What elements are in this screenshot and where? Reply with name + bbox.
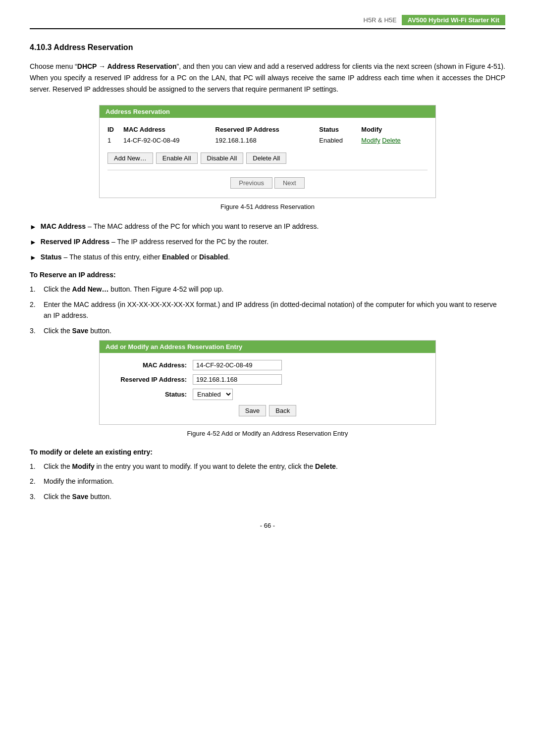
form-panel-body: MAC Address: Reserved IP Address: Status… [100,353,435,424]
form-label-ip: Reserved IP Address: [107,376,187,383]
reserve-step-2-text: Enter the MAC address (in XX-XX-XX-XX-XX… [44,299,505,321]
bullet-mac-text: MAC Address – The MAC address of the PC … [41,221,319,232]
bullet-status-text: Status – The status of this entry, eithe… [41,252,230,263]
figure2-caption: Figure 4-52 Add or Modify an Address Res… [30,430,505,437]
row-id: 1 [107,135,123,146]
pagination-row: Previous Next [107,175,428,190]
form-select-status[interactable]: Enabled Disabled [193,389,233,400]
modify-step-1: 1. Click the Modify in the entry you wan… [30,461,505,472]
modify-step-3-text: Click the Save button. [44,491,111,502]
next-button[interactable]: Next [274,177,305,189]
row-ip: 192.168.1.168 [215,135,320,146]
address-reservation-table: ID MAC Address Reserved IP Address Statu… [107,124,428,146]
header-bar: H5R & H5E AV500 Hybrid Wi-Fi Starter Kit [30,15,505,29]
delete-all-button[interactable]: Delete All [246,152,286,164]
modify-steps: 1. Click the Modify in the entry you wan… [30,461,505,502]
col-modify: Modify [361,124,428,135]
row-mac: 14-CF-92-0C-08-49 [123,135,215,146]
reserve-step-1-text: Click the Add New… button. Then Figure 4… [44,284,223,295]
modify-link[interactable]: Modify [361,137,380,144]
header-product: AV500 Hybrid Wi-Fi Starter Kit [402,15,505,25]
modify-step-num-3: 3. [30,491,39,502]
bullet-mac: ► MAC Address – The MAC address of the P… [30,221,505,233]
divider [107,170,428,170]
form-row-mac: MAC Address: [107,360,428,370]
form-back-button[interactable]: Back [269,405,296,416]
reserve-step-1: 1. Click the Add New… button. Then Figur… [30,284,505,295]
form-row-status: Status: Enabled Disabled [107,389,428,400]
reserve-step-3: 3. Click the Save button. [30,325,505,336]
modify-step-1-text: Click the Modify in the entry you want t… [44,461,338,472]
col-mac: MAC Address [123,124,215,135]
modify-step-num-1: 1. [30,461,39,472]
form-row-ip: Reserved IP Address: [107,374,428,385]
enable-all-button[interactable]: Enable All [156,152,198,164]
modify-step-3: 3. Click the Save button. [30,491,505,502]
disable-all-button[interactable]: Disable All [201,152,244,164]
address-reservation-panel: Address Reservation ID MAC Address Reser… [99,105,436,198]
form-input-ip[interactable] [193,374,282,385]
action-buttons-row: Add New… Enable All Disable All Delete A… [107,152,428,164]
bullet-arrow-3: ► [30,252,37,263]
reserve-step-2: 2. Enter the MAC address (in XX-XX-XX-XX… [30,299,505,321]
row-status: Enabled [319,135,361,146]
modify-step-2-text: Modify the information. [44,476,114,487]
form-panel: Add or Modify an Address Reservation Ent… [99,340,436,425]
previous-button[interactable]: Previous [230,177,272,189]
row-modify-delete: Modify Delete [361,135,428,146]
reserve-step-3-text: Click the Save button. [44,325,111,336]
page-footer: - 66 - [30,522,505,529]
form-panel-header: Add or Modify an Address Reservation Ent… [100,341,435,353]
address-reservation-panel-body: ID MAC Address Reserved IP Address Statu… [100,118,435,198]
address-reservation-panel-header: Address Reservation [100,105,435,118]
to-reserve-heading: To Reserve an IP address: [30,271,505,279]
to-modify-heading: To modify or delete an existing entry: [30,448,505,456]
table-row: 1 14-CF-92-0C-08-49 192.168.1.168 Enable… [107,135,428,146]
header-model: H5R & H5E [364,16,397,24]
bullet-arrow-1: ► [30,222,37,233]
form-input-mac[interactable] [193,360,282,370]
form-label-status: Status: [107,391,187,398]
bullet-arrow-2: ► [30,237,37,248]
modify-step-2: 2. Modify the information. [30,476,505,487]
col-ip: Reserved IP Address [215,124,320,135]
section-title: 4.10.3 Address Reservation [30,43,505,52]
form-buttons-row: Save Back [107,405,428,416]
reserve-steps: 1. Click the Add New… button. Then Figur… [30,284,505,336]
col-id: ID [107,124,123,135]
delete-link[interactable]: Delete [382,137,401,144]
col-status: Status [319,124,361,135]
form-label-mac: MAC Address: [107,361,187,369]
bullet-status: ► Status – The status of this entry, eit… [30,252,505,263]
modify-step-num-2: 2. [30,476,39,487]
bullet-list: ► MAC Address – The MAC address of the P… [30,221,505,263]
add-new-button[interactable]: Add New… [107,152,153,164]
bullet-ip-text: Reserved IP Address – The IP address res… [41,237,268,248]
body-text: Choose menu “DHCP → Address Reservation”… [30,61,505,95]
step-num-3: 3. [30,325,39,336]
page-number: - 66 - [260,522,275,529]
figure1-caption: Figure 4-51 Address Reservation [30,203,505,210]
bullet-ip: ► Reserved IP Address – The IP address r… [30,237,505,248]
step-num-2: 2. [30,299,39,310]
step-num-1: 1. [30,284,39,295]
page-container: H5R & H5E AV500 Hybrid Wi-Fi Starter Kit… [0,0,535,756]
form-save-button[interactable]: Save [239,405,267,416]
